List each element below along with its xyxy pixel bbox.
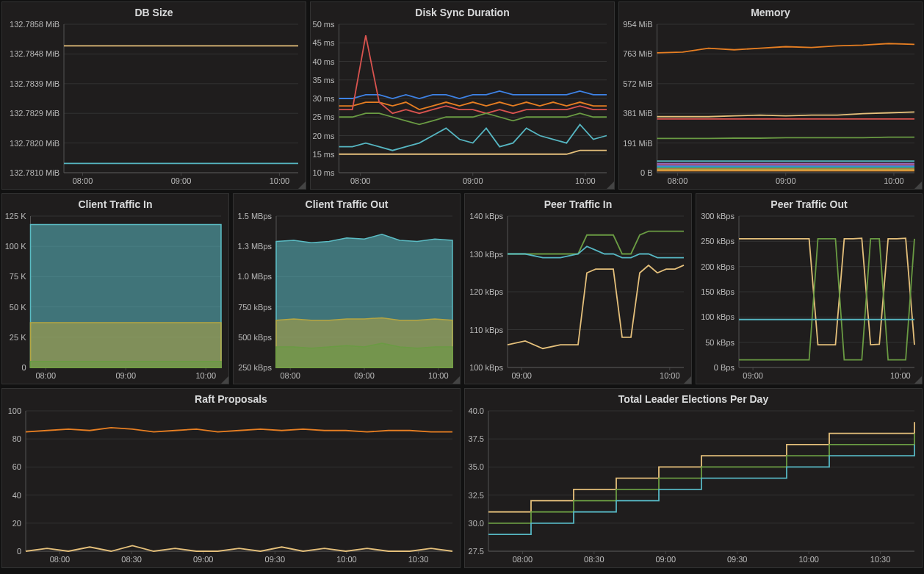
svg-text:09:00: 09:00 [511, 371, 532, 380]
panel-title-db-size[interactable]: DB Size [2, 2, 306, 20]
resize-handle-icon[interactable] [298, 182, 306, 189]
svg-text:08:00: 08:00 [50, 555, 71, 564]
chart-memory[interactable]: 0 B191 MiB381 MiB572 MiB763 MiB954 MiB08… [619, 20, 922, 189]
panel-client-out[interactable]: Client Traffic Out 250 kBps500 kBps750 k… [233, 193, 461, 384]
panel-title-memory[interactable]: Memory [619, 2, 922, 20]
chart-peer-out[interactable]: 0 Bps50 kBps100 kBps150 kBps200 kBps250 … [696, 212, 922, 384]
panel-elections[interactable]: Total Leader Elections Per Day 27.530.03… [464, 388, 923, 568]
svg-text:37.5: 37.5 [469, 434, 484, 443]
panel-title-client-out[interactable]: Client Traffic Out [234, 194, 460, 212]
svg-text:50 K: 50 K [10, 303, 26, 312]
svg-text:08:00: 08:00 [73, 176, 93, 185]
panel-title-client-in[interactable]: Client Traffic In [2, 194, 228, 212]
svg-text:1.5 MBps: 1.5 MBps [238, 212, 272, 220]
svg-text:08:30: 08:30 [121, 555, 142, 564]
panel-disk-sync[interactable]: Disk Sync Duration 10 ms15 ms20 ms25 ms3… [310, 1, 615, 190]
svg-text:132.7820 MiB: 132.7820 MiB [10, 139, 59, 148]
svg-text:10:00: 10:00 [336, 555, 357, 564]
resize-handle-icon[interactable] [914, 376, 922, 384]
svg-text:40.0: 40.0 [469, 406, 484, 415]
svg-text:09:30: 09:30 [727, 555, 748, 564]
svg-text:10 ms: 10 ms [313, 168, 335, 177]
svg-text:572 MiB: 572 MiB [623, 79, 652, 88]
panel-title-peer-out[interactable]: Peer Traffic Out [696, 194, 922, 212]
svg-text:132.7848 MiB: 132.7848 MiB [10, 49, 59, 58]
svg-text:100 kBps: 100 kBps [701, 312, 734, 321]
svg-text:09:00: 09:00 [743, 371, 763, 380]
svg-text:125 K: 125 K [5, 212, 26, 220]
panel-db-size[interactable]: DB Size 132.7810 MiB132.7820 MiB132.7829… [1, 1, 306, 190]
chart-disk-sync[interactable]: 10 ms15 ms20 ms25 ms30 ms35 ms40 ms45 ms… [311, 20, 614, 189]
svg-text:09:00: 09:00 [776, 176, 796, 185]
svg-text:0: 0 [21, 363, 26, 372]
chart-raft[interactable]: 02040608010008:0008:3009:0009:3010:0010:… [2, 406, 460, 567]
panel-peer-out[interactable]: Peer Traffic Out 0 Bps50 kBps100 kBps150… [696, 193, 923, 384]
panel-title-raft[interactable]: Raft Proposals [2, 389, 460, 406]
svg-text:140 kBps: 140 kBps [469, 212, 503, 220]
svg-text:132.7829 MiB: 132.7829 MiB [10, 109, 59, 118]
svg-text:09:00: 09:00 [354, 371, 375, 380]
svg-text:50 kBps: 50 kBps [705, 338, 734, 347]
svg-text:75 K: 75 K [10, 272, 26, 281]
svg-text:100 kBps: 100 kBps [469, 363, 503, 372]
svg-text:132.7810 MiB: 132.7810 MiB [10, 168, 59, 177]
svg-text:10:00: 10:00 [884, 176, 904, 185]
svg-text:09:00: 09:00 [115, 371, 136, 380]
panel-peer-in[interactable]: Peer Traffic In 100 kBps110 kBps120 kBps… [464, 193, 692, 384]
svg-text:750 kBps: 750 kBps [238, 303, 272, 312]
svg-text:100: 100 [8, 406, 21, 415]
row-2: Client Traffic In 025 K50 K75 K100 K125 … [1, 193, 923, 384]
svg-text:150 kBps: 150 kBps [701, 287, 734, 296]
panel-title-elections[interactable]: Total Leader Elections Per Day [465, 389, 922, 406]
svg-text:381 MiB: 381 MiB [623, 109, 652, 118]
row-3: Raft Proposals 02040608010008:0008:3009:… [1, 388, 923, 568]
svg-text:0 B: 0 B [640, 168, 653, 177]
chart-db-size[interactable]: 132.7810 MiB132.7820 MiB132.7829 MiB132.… [2, 20, 306, 189]
svg-text:191 MiB: 191 MiB [623, 139, 652, 148]
panel-title-peer-in[interactable]: Peer Traffic In [465, 194, 691, 212]
svg-text:09:00: 09:00 [463, 176, 483, 185]
dashboard: DB Size 132.7810 MiB132.7820 MiB132.7829… [1, 1, 923, 568]
svg-text:08:00: 08:00 [668, 176, 688, 185]
svg-text:20: 20 [12, 519, 21, 528]
chart-client-out[interactable]: 250 kBps500 kBps750 kBps1.0 MBps1.3 MBps… [234, 212, 460, 384]
svg-text:50 ms: 50 ms [313, 20, 335, 29]
svg-text:10:00: 10:00 [890, 371, 911, 380]
svg-text:300 kBps: 300 kBps [701, 212, 734, 220]
chart-elections[interactable]: 27.530.032.535.037.540.008:0008:3009:000… [465, 406, 922, 567]
svg-text:30.0: 30.0 [469, 519, 484, 528]
svg-text:09:00: 09:00 [193, 555, 214, 564]
resize-handle-icon[interactable] [607, 182, 614, 189]
svg-text:954 MiB: 954 MiB [623, 20, 652, 29]
svg-text:09:30: 09:30 [265, 555, 286, 564]
svg-text:27.5: 27.5 [469, 547, 484, 556]
svg-text:132.7839 MiB: 132.7839 MiB [10, 79, 59, 88]
svg-text:10:00: 10:00 [428, 371, 449, 380]
svg-text:110 kBps: 110 kBps [469, 326, 503, 334]
panel-title-disk-sync[interactable]: Disk Sync Duration [311, 2, 614, 20]
svg-text:500 kBps: 500 kBps [238, 333, 272, 342]
svg-text:10:00: 10:00 [575, 176, 596, 185]
resize-handle-icon[interactable] [452, 376, 460, 384]
panel-client-in[interactable]: Client Traffic In 025 K50 K75 K100 K125 … [1, 193, 229, 384]
panel-memory[interactable]: Memory 0 B191 MiB381 MiB572 MiB763 MiB95… [618, 1, 923, 190]
chart-client-in[interactable]: 025 K50 K75 K100 K125 K08:0009:0010:00 [2, 212, 228, 384]
svg-text:200 kBps: 200 kBps [701, 262, 734, 271]
svg-text:35 ms: 35 ms [313, 76, 335, 85]
panel-raft[interactable]: Raft Proposals 02040608010008:0008:3009:… [1, 388, 461, 568]
resize-handle-icon[interactable] [221, 376, 228, 384]
svg-text:10:30: 10:30 [408, 555, 429, 564]
resize-handle-icon[interactable] [914, 182, 922, 189]
svg-text:45 ms: 45 ms [313, 38, 335, 47]
svg-text:250 kBps: 250 kBps [701, 237, 734, 245]
svg-text:08:00: 08:00 [350, 176, 371, 185]
svg-text:10:00: 10:00 [195, 371, 216, 380]
chart-peer-in[interactable]: 100 kBps110 kBps120 kBps130 kBps140 kBps… [465, 212, 691, 384]
svg-text:130 kBps: 130 kBps [469, 250, 503, 259]
svg-text:30 ms: 30 ms [313, 94, 335, 103]
row-1: DB Size 132.7810 MiB132.7820 MiB132.7829… [1, 1, 923, 190]
svg-text:08:00: 08:00 [280, 371, 300, 380]
svg-text:120 kBps: 120 kBps [469, 287, 503, 296]
resize-handle-icon[interactable] [684, 376, 691, 384]
svg-text:40 ms: 40 ms [313, 57, 335, 66]
